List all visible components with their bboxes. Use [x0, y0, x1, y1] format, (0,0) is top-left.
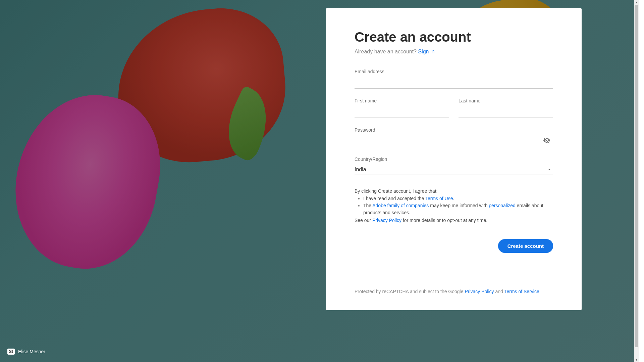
- personalized-link[interactable]: personalized: [489, 203, 515, 208]
- google-privacy-policy-link[interactable]: Privacy Policy: [465, 289, 494, 294]
- scrollbar-thumb[interactable]: [635, 5, 638, 347]
- country-selected-value: India: [355, 167, 366, 172]
- photographer-name: Elise Mesner: [18, 349, 45, 354]
- first-name-field[interactable]: [355, 106, 449, 118]
- legal-list: I have read and accepted the Terms of Us…: [355, 195, 553, 216]
- subtitle-text: Already have an account?: [355, 49, 418, 54]
- image-attribution: St Elise Mesner: [7, 349, 45, 355]
- google-terms-of-service-link[interactable]: Terms of Service: [504, 289, 539, 294]
- last-name-label: Last name: [459, 98, 553, 103]
- country-select[interactable]: India: [355, 165, 553, 175]
- scrollbar[interactable]: ▲ ▼: [634, 0, 639, 362]
- scroll-up-arrow-icon[interactable]: ▲: [634, 0, 639, 5]
- signup-card: Create an account Already have an accoun…: [326, 8, 582, 310]
- page-title: Create an account: [355, 30, 553, 45]
- email-label: Email address: [355, 69, 553, 74]
- divider: [355, 276, 553, 276]
- chevron-down-icon: [547, 167, 552, 173]
- terms-of-use-link[interactable]: Terms of Use: [425, 196, 453, 201]
- password-label: Password: [355, 127, 553, 133]
- sign-in-link[interactable]: Sign in: [418, 49, 434, 54]
- legal-intro: By clicking Create account, I agree that…: [355, 188, 553, 194]
- legal-bullet-marketing: The Adobe family of companies may keep m…: [363, 202, 553, 216]
- privacy-policy-link[interactable]: Privacy Policy: [372, 218, 401, 223]
- stock-badge: St: [7, 349, 15, 355]
- adobe-family-link[interactable]: Adobe family of companies: [372, 203, 429, 208]
- recaptcha-notice: Protected by reCAPTCHA and subject to th…: [355, 289, 553, 294]
- subtitle: Already have an account? Sign in: [355, 49, 553, 55]
- country-label: Country/Region: [355, 156, 553, 162]
- password-field[interactable]: [355, 135, 553, 147]
- create-account-button[interactable]: Create account: [498, 239, 553, 253]
- first-name-label: First name: [355, 98, 449, 103]
- email-field[interactable]: [355, 77, 553, 89]
- visibility-off-icon[interactable]: [543, 137, 550, 145]
- legal-footer: See our Privacy Policy for more details …: [355, 218, 553, 223]
- last-name-field[interactable]: [459, 106, 553, 118]
- scroll-down-arrow-icon[interactable]: ▼: [634, 357, 639, 362]
- legal-bullet-terms: I have read and accepted the Terms of Us…: [363, 195, 553, 202]
